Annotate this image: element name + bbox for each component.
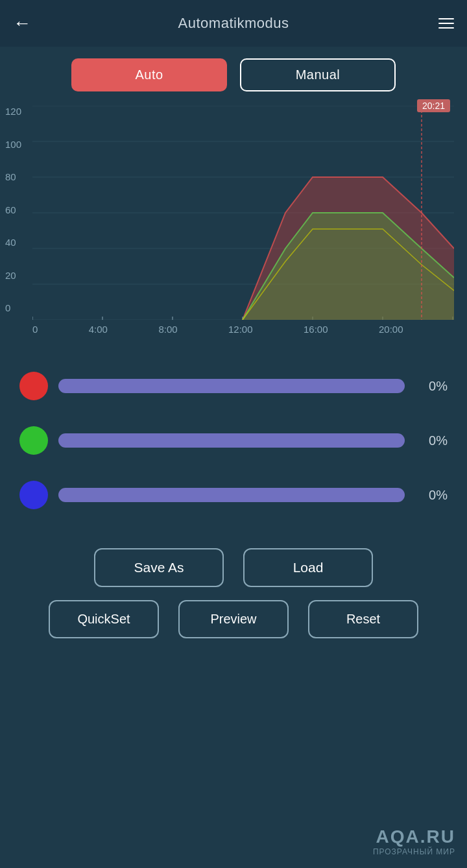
y-label-60: 60 xyxy=(5,204,21,215)
y-label-100: 100 xyxy=(5,139,21,150)
manual-mode-button[interactable]: Manual xyxy=(240,58,396,91)
x-label-1200: 12:00 xyxy=(228,324,253,335)
x-label-2000: 20:00 xyxy=(379,324,403,335)
y-label-120: 120 xyxy=(5,106,21,117)
menu-icon-line2 xyxy=(438,23,454,24)
load-button[interactable]: Load xyxy=(243,548,373,587)
page-title: Automatikmodus xyxy=(178,15,289,32)
menu-icon-line3 xyxy=(438,27,454,29)
y-label-40: 40 xyxy=(5,237,21,248)
slider-row-blue: 0% xyxy=(19,481,448,509)
btn-row-2: QuickSet Preview Reset xyxy=(19,600,448,638)
slider-dot-green xyxy=(19,426,48,455)
watermark-sub: ПРОЗРАЧНЫЙ МИР xyxy=(373,847,455,856)
y-label-20: 20 xyxy=(5,270,21,281)
save-as-button[interactable]: Save As xyxy=(94,548,224,587)
quickset-button[interactable]: QuickSet xyxy=(49,600,159,638)
watermark: AQA.RU ПРОЗРАЧНЫЙ МИР xyxy=(373,826,455,856)
chart-inner: 20:21 xyxy=(32,99,454,320)
menu-button[interactable] xyxy=(428,18,454,29)
menu-icon-line1 xyxy=(438,18,454,19)
watermark-main: AQA.RU xyxy=(373,826,455,847)
back-button[interactable]: ← xyxy=(13,13,39,34)
slider-dot-blue xyxy=(19,481,48,509)
time-marker-label: 20:21 xyxy=(417,99,450,112)
x-label-400: 4:00 xyxy=(89,324,108,335)
y-axis: 120 100 80 60 40 20 0 xyxy=(5,106,21,313)
header: ← Automatikmodus xyxy=(0,0,467,47)
x-label-1600: 16:00 xyxy=(304,324,328,335)
chart-container: 20:21 xyxy=(0,99,467,352)
slider-row-green: 0% xyxy=(19,426,448,455)
chart-svg xyxy=(32,106,454,320)
slider-dot-red xyxy=(19,372,48,400)
btn-row-1: Save As Load xyxy=(19,548,448,587)
slider-track-blue[interactable] xyxy=(58,488,405,502)
x-label-0: 0 xyxy=(32,324,38,335)
slider-track-green[interactable] xyxy=(58,433,405,448)
x-axis: 0 4:00 8:00 12:00 16:00 20:00 xyxy=(32,320,454,335)
x-label-800: 8:00 xyxy=(158,324,177,335)
mode-bar: Auto Manual xyxy=(0,47,467,99)
slider-row-red: 0% xyxy=(19,372,448,400)
preview-button[interactable]: Preview xyxy=(178,600,289,638)
sliders-section: 0% 0% 0% xyxy=(0,352,467,509)
slider-value-green: 0% xyxy=(415,433,448,448)
y-label-0: 0 xyxy=(5,302,21,313)
buttons-section: Save As Load QuickSet Preview Reset xyxy=(0,535,467,664)
slider-value-red: 0% xyxy=(415,379,448,394)
reset-button[interactable]: Reset xyxy=(308,600,418,638)
slider-track-red[interactable] xyxy=(58,379,405,393)
y-label-80: 80 xyxy=(5,171,21,182)
slider-value-blue: 0% xyxy=(415,488,448,503)
auto-mode-button[interactable]: Auto xyxy=(71,58,227,91)
